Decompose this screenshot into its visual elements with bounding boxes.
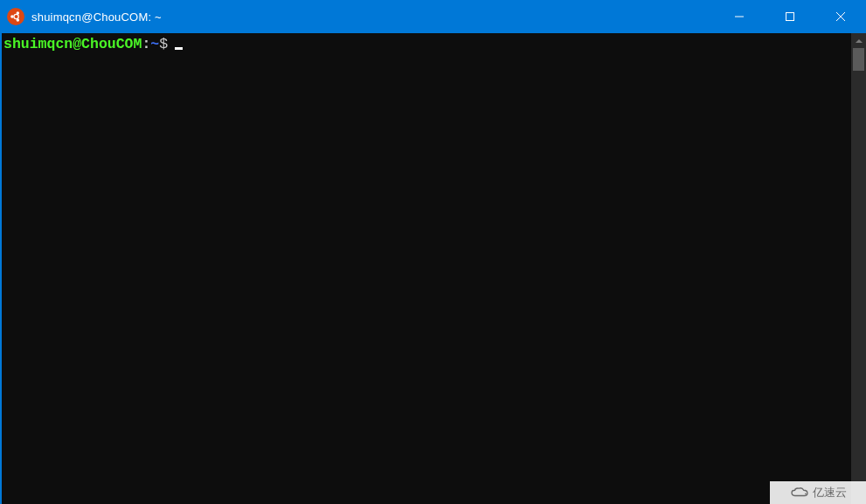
prompt-symbol: $ bbox=[159, 36, 168, 52]
ubuntu-icon bbox=[7, 8, 24, 25]
vertical-scrollbar[interactable] bbox=[851, 33, 866, 504]
prompt-separator: : bbox=[142, 36, 150, 52]
close-button[interactable] bbox=[815, 0, 866, 33]
scroll-arrow-up-icon[interactable] bbox=[851, 33, 866, 48]
prompt-user-host: shuimqcn@ChouCOM bbox=[3, 36, 142, 52]
svg-point-8 bbox=[805, 494, 807, 495]
window-title: shuimqcn@ChouCOM: ~ bbox=[31, 10, 162, 24]
cloud-icon bbox=[790, 487, 809, 499]
minimize-button[interactable] bbox=[714, 0, 765, 33]
terminal-window: shuimqcn@ChouCOM: ~ shuimqcn@ChouCOM:~$ … bbox=[0, 0, 866, 504]
terminal-body[interactable]: shuimqcn@ChouCOM:~$ bbox=[0, 33, 866, 504]
scroll-thumb[interactable] bbox=[853, 48, 864, 71]
svg-rect-5 bbox=[786, 13, 794, 21]
svg-point-3 bbox=[14, 14, 18, 18]
svg-point-0 bbox=[10, 15, 13, 18]
terminal-text-area[interactable]: shuimqcn@ChouCOM:~$ bbox=[0, 33, 851, 504]
text-cursor bbox=[175, 47, 183, 50]
watermark-text: 亿速云 bbox=[813, 485, 847, 501]
window-controls bbox=[714, 0, 866, 33]
watermark-badge: 亿速云 bbox=[770, 481, 866, 504]
window-titlebar[interactable]: shuimqcn@ChouCOM: ~ bbox=[0, 0, 866, 33]
titlebar-left: shuimqcn@ChouCOM: ~ bbox=[0, 8, 714, 25]
maximize-button[interactable] bbox=[765, 0, 815, 33]
prompt-path: ~ bbox=[150, 36, 159, 52]
window-left-border bbox=[0, 33, 2, 504]
